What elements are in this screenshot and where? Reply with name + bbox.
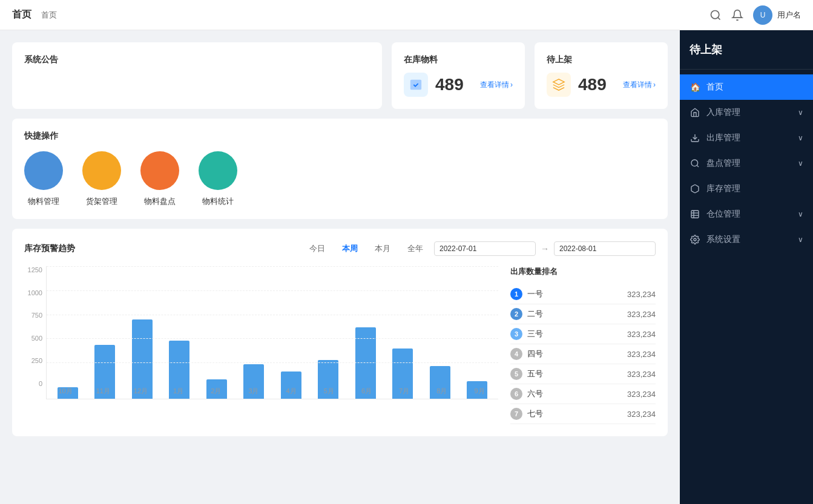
sidebar-item-inventory[interactable]: 盘点管理 ∨ xyxy=(680,151,813,176)
date-start-input[interactable] xyxy=(434,241,536,256)
x-label-sep: 9月 xyxy=(461,387,498,399)
filter-today[interactable]: 今日 xyxy=(303,241,331,257)
svg-point-0 xyxy=(711,10,719,18)
in-stock-count: 489 xyxy=(435,75,464,94)
inventory-label: 物料盘点 xyxy=(144,196,176,207)
bar-group-sep xyxy=(459,278,496,399)
x-label-feb: 2月 xyxy=(197,387,235,399)
quick-ops-title: 快捷操作 xyxy=(24,131,656,142)
sidebar-item-location[interactable]: 仓位管理 ∨ xyxy=(680,201,813,227)
x-label-may: 5月 xyxy=(310,387,347,399)
ranking-section: 出库数量排名 1 一号 323,234 2 二号 323,234 3 三号 xyxy=(510,266,656,424)
sidebar-item-outbound[interactable]: 出库管理 ∨ xyxy=(680,125,813,151)
y-label-250: 250 xyxy=(31,357,42,364)
in-stock-content: 489 查看详情 › xyxy=(404,73,513,97)
svg-line-5 xyxy=(697,165,699,167)
material-label: 物料管理 xyxy=(28,196,59,207)
notice-card: 系统公告 xyxy=(12,42,382,109)
bar-group-jun xyxy=(347,278,384,399)
chart-title: 库存预警趋势 xyxy=(24,243,75,254)
rank-item-2: 2 二号 323,234 xyxy=(510,304,656,324)
chart-header: 库存预警趋势 今日 本周 本月 全年 → xyxy=(24,241,656,257)
filter-week[interactable]: 本周 xyxy=(336,241,364,257)
sidebar-inbound-label: 入库管理 xyxy=(706,107,792,118)
stats-label: 物料统计 xyxy=(202,196,234,207)
sidebar-item-inbound[interactable]: 入库管理 ∨ xyxy=(680,100,813,125)
ranking-title: 出库数量排名 xyxy=(510,266,656,277)
x-label-jul: 7月 xyxy=(386,387,423,399)
y-label-0: 0 xyxy=(39,380,42,387)
chart-filters: 今日 本周 本月 全年 → xyxy=(303,241,656,257)
bar-group-apr xyxy=(272,278,310,399)
inbound-arrow-icon: ∨ xyxy=(798,108,803,117)
location-icon xyxy=(690,209,700,220)
bar-group-oct xyxy=(49,278,87,399)
quick-op-stats[interactable]: 物料统计 xyxy=(199,151,237,207)
user-info[interactable]: U 用户名 xyxy=(753,5,801,25)
bar-group-jan xyxy=(161,278,199,399)
header: 首页 首页 U 用户名 xyxy=(0,0,813,30)
location-arrow-icon: ∨ xyxy=(798,210,803,218)
sidebar-system-label: 系统设置 xyxy=(706,234,792,245)
x-label-apr: 4月 xyxy=(272,387,310,399)
y-label-750: 750 xyxy=(31,312,42,319)
quick-op-shelf[interactable]: 货架管理 xyxy=(82,151,121,207)
date-separator: → xyxy=(541,244,549,254)
quick-op-inventory[interactable]: 物料盘点 xyxy=(140,151,179,207)
pending-shelf-title: 待上架 xyxy=(547,54,656,65)
x-label-oct: 10月 xyxy=(47,387,84,399)
x-label-aug: 8月 xyxy=(423,387,461,399)
page-title: 首页 xyxy=(12,8,31,21)
in-stock-title: 在库物料 xyxy=(404,54,513,65)
header-left: 首页 首页 xyxy=(12,8,57,21)
x-label-dec: 12月 xyxy=(122,387,159,399)
sidebar-item-home[interactable]: 🏠 首页 xyxy=(680,74,813,100)
y-label-500: 500 xyxy=(31,335,42,342)
pending-shelf-icon xyxy=(547,73,571,97)
x-label-jun: 6月 xyxy=(347,387,385,399)
x-label-nov: 11月 xyxy=(84,387,122,399)
sidebar-item-stock[interactable]: 库存管理 xyxy=(680,176,813,201)
sidebar-header: 待上架 xyxy=(680,30,813,70)
shelf-icon-circle xyxy=(82,151,121,190)
search-icon[interactable] xyxy=(709,9,722,21)
y-label-1250: 1250 xyxy=(28,266,42,273)
notification-icon[interactable] xyxy=(731,9,743,21)
rank-item-7: 7 七号 323,234 xyxy=(510,404,656,424)
bar-group-nov xyxy=(87,278,124,399)
bar-group-may xyxy=(310,278,347,399)
shelf-label: 货架管理 xyxy=(86,196,117,207)
bar-group-jul xyxy=(384,278,422,399)
main-layout: 系统公告 在库物料 489 查看详情 › xyxy=(0,30,813,504)
sidebar-inventory-label: 盘点管理 xyxy=(706,158,792,169)
sidebar-stock-label: 库存管理 xyxy=(706,183,803,194)
cards-row: 系统公告 在库物料 489 查看详情 › xyxy=(12,42,668,109)
bars-container: 10月 11月 12月 1月 2月 3月 4月 5月 6月 7月 8月 xyxy=(46,266,498,399)
filter-year[interactable]: 全年 xyxy=(401,241,429,257)
chart-section: 库存预警趋势 今日 本周 本月 全年 → 1250 xyxy=(12,229,668,436)
pending-shelf-content: 489 查看详情 › xyxy=(547,73,656,97)
pending-shelf-link[interactable]: 查看详情 › xyxy=(623,80,656,90)
in-stock-link[interactable]: 查看详情 › xyxy=(480,80,513,90)
date-end-input[interactable] xyxy=(554,241,656,256)
content-area: 系统公告 在库物料 489 查看详情 › xyxy=(0,30,680,504)
sidebar-menu: 🏠 首页 入库管理 ∨ 出库管理 ∨ xyxy=(680,70,813,257)
x-labels: 10月 11月 12月 1月 2月 3月 4月 5月 6月 7月 8月 xyxy=(47,387,498,399)
material-icon-circle xyxy=(24,151,63,190)
bar-group-mar xyxy=(235,278,273,399)
filter-month[interactable]: 本月 xyxy=(369,241,397,257)
bar-group-dec xyxy=(123,278,161,399)
bar-group-aug xyxy=(421,278,459,399)
svg-line-1 xyxy=(718,17,720,19)
inventory-icon xyxy=(690,158,700,169)
header-right: U 用户名 xyxy=(709,5,801,25)
user-name: 用户名 xyxy=(777,10,801,21)
chart-body: 1250 1000 750 500 250 0 xyxy=(24,266,656,424)
breadcrumb: 首页 xyxy=(41,10,57,21)
stock-icon xyxy=(690,183,700,194)
sidebar-outbound-label: 出库管理 xyxy=(706,133,792,143)
quick-op-material[interactable]: 物料管理 xyxy=(24,151,63,207)
y-label-1000: 1000 xyxy=(28,289,42,296)
pending-shelf-card: 待上架 489 查看详情 › xyxy=(535,42,668,109)
sidebar-item-system[interactable]: 系统设置 ∨ xyxy=(680,227,813,252)
